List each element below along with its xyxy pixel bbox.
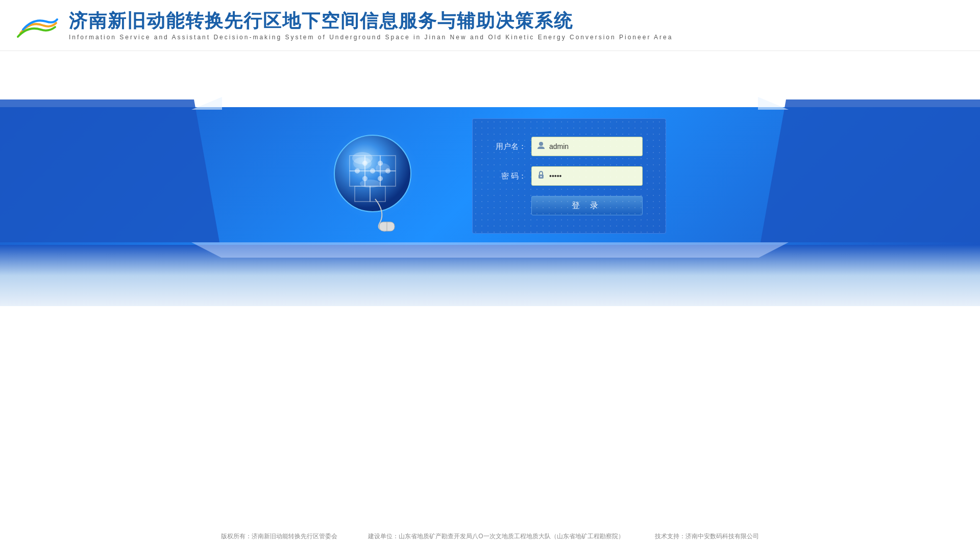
footer: 版权所有：济南新旧动能转换先行区管委会 建设单位：山东省地质矿产勘查开发局八O一… — [0, 532, 980, 541]
username-input-wrapper[interactable] — [531, 137, 643, 156]
left-deco — [0, 99, 219, 242]
builder-text: 建设单位：山东省地质矿产勘查开发局八O一次文地质工程地质大队（山东省地矿工程勘察… — [368, 532, 624, 541]
svg-point-4 — [355, 168, 360, 173]
lock-icon — [537, 171, 545, 181]
user-icon — [537, 141, 545, 152]
tech-support-text: 技术支持：济南中安数码科技有限公司 — [655, 532, 759, 541]
svg-point-12 — [352, 152, 373, 164]
right-deco — [761, 99, 980, 242]
svg-point-8 — [378, 176, 383, 181]
password-input-wrapper[interactable] — [531, 166, 643, 186]
svg-point-11 — [360, 180, 380, 188]
svg-point-17 — [541, 176, 542, 178]
svg-point-15 — [539, 142, 543, 146]
header: 济南新旧动能转换先行区地下空间信息服务与辅助决策系统 Information S… — [0, 0, 980, 51]
login-button[interactable]: 登 录 — [531, 196, 643, 215]
password-input[interactable] — [549, 172, 637, 180]
login-button-row: 登 录 — [496, 196, 643, 215]
sub-title: Information Service and Assistant Decisi… — [69, 34, 673, 41]
logo-icon — [15, 10, 61, 41]
form-panel: 用户名： 密 码： — [472, 118, 666, 234]
password-label: 密 码： — [496, 171, 526, 181]
svg-point-10 — [376, 163, 390, 173]
login-container: 用户名： 密 码： — [260, 112, 720, 240]
logo-area: 济南新旧动能转换先行区地下空间信息服务与辅助决策系统 Information S… — [15, 10, 673, 41]
username-label: 用户名： — [496, 142, 526, 152]
globe-area — [314, 120, 457, 232]
copyright-text: 版权所有：济南新旧动能转换先行区管委会 — [221, 532, 337, 541]
footer-inner: 版权所有：济南新旧动能转换先行区管委会 建设单位：山东省地质矿产勘查开发局八O一… — [0, 532, 980, 541]
mouse-cord — [345, 196, 406, 232]
password-row: 密 码： — [496, 166, 643, 186]
svg-point-5 — [370, 168, 375, 173]
username-input[interactable] — [549, 142, 637, 151]
username-row: 用户名： — [496, 137, 643, 156]
main-title: 济南新旧动能转换先行区地下空间信息服务与辅助决策系统 — [69, 10, 673, 32]
bottom-mid-fade — [191, 242, 789, 258]
title-block: 济南新旧动能转换先行区地下空间信息服务与辅助决策系统 Information S… — [69, 10, 673, 41]
